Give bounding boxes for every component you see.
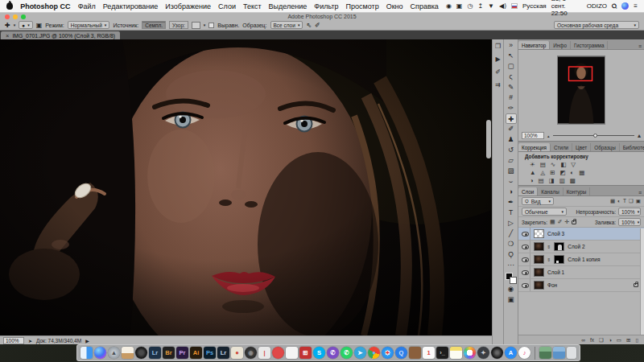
screen-mode-button[interactable]: ▣	[506, 294, 517, 305]
adjustment-icon[interactable]: ◐	[571, 169, 575, 176]
blend-mode-select[interactable]: Нормальный ▾	[68, 21, 110, 29]
menu-item[interactable]: Справка	[411, 2, 439, 10]
status-zoom-field[interactable]: 100%	[3, 337, 24, 344]
panel-tab[interactable]: Стили	[551, 143, 572, 151]
panel-menu-icon[interactable]: ≡	[638, 43, 644, 49]
layer-visibility-toggle[interactable]	[521, 279, 530, 291]
menu-item[interactable]: Слои	[218, 2, 236, 10]
layer-filter-select[interactable]: Ǫ Вид ▾	[522, 197, 554, 205]
wifi-icon[interactable]: ▼	[488, 2, 494, 10]
layer-thumbnail[interactable]	[534, 255, 544, 264]
document-tab[interactable]: × IMG_0701.JPG @ 100% (Слой 3, RGB/8)	[1, 31, 120, 39]
knob-app-icon[interactable]	[491, 347, 503, 359]
menu-item[interactable]: Просмотр	[346, 2, 379, 10]
calendar-icon[interactable]: 1	[423, 347, 435, 359]
notification-center-icon[interactable]: ≡	[634, 2, 638, 10]
status-menu-arrow[interactable]: ▶	[85, 338, 89, 343]
new-adjustment-button[interactable]: ◑	[609, 337, 612, 343]
apple-menu-icon[interactable]	[6, 2, 13, 10]
new-layer-button[interactable]: ⊞	[626, 337, 630, 343]
siri-app-icon[interactable]	[94, 347, 106, 359]
layer-mask-thumbnail[interactable]	[554, 242, 564, 251]
shutter-counter-icon[interactable]	[272, 347, 284, 359]
whatsapp-icon[interactable]: ✆	[341, 347, 353, 359]
actions-panel-icon[interactable]: ▶	[495, 56, 500, 63]
quick-select-tool[interactable]: ✎	[506, 82, 517, 93]
panel-tab[interactable]: Каналы	[538, 187, 563, 195]
gradient-tool[interactable]: ▨	[506, 166, 517, 176]
safari-icon[interactable]: ✦	[382, 347, 394, 359]
layer-style-button[interactable]: fx	[590, 337, 594, 343]
close-document-icon[interactable]: ×	[6, 32, 9, 39]
layer-filter-icon[interactable]: ▦	[610, 198, 615, 204]
screen-record-icon[interactable]: ◉	[446, 2, 452, 10]
app-menu[interactable]: Photoshop CC	[20, 2, 71, 10]
panel-tab[interactable]: Инфо	[550, 41, 571, 49]
zoom-in-icon[interactable]: ▴	[638, 132, 641, 139]
navigator-thumbnail[interactable]	[557, 56, 605, 125]
workspace-select[interactable]: Основная рабочая среда ▾	[554, 21, 639, 29]
properties-panel-icon[interactable]: ❐	[495, 43, 501, 50]
panel-tab[interactable]: Контуры	[564, 187, 591, 195]
finder-icon[interactable]	[80, 347, 93, 359]
zoom-out-icon[interactable]: ▴	[547, 134, 550, 138]
layer-visibility-toggle[interactable]	[521, 241, 530, 253]
pattern-caret[interactable]: ▾	[204, 23, 206, 27]
quicktime-icon[interactable]: Q	[395, 347, 407, 359]
lock-option-icon[interactable]: ▦	[550, 219, 555, 225]
folder-tree-icon[interactable]	[539, 347, 551, 359]
layer-row[interactable]: Слой 3	[518, 228, 644, 241]
adjustment-icon[interactable]: ☀	[530, 161, 535, 168]
skype-icon[interactable]: S	[313, 347, 325, 359]
menu-item[interactable]: Файл	[78, 2, 96, 10]
clone-source-panel-icon[interactable]: ⇉	[495, 82, 501, 88]
lightroom-cc-icon[interactable]: Lr	[217, 347, 229, 359]
notebook-app-icon[interactable]	[409, 347, 421, 359]
layer-mask-thumbnail[interactable]	[554, 255, 564, 264]
menu-item[interactable]: Фильтр	[314, 2, 338, 10]
photos-icon[interactable]	[464, 347, 476, 359]
rotate-view-tool[interactable]: ❍	[506, 239, 517, 249]
add-mask-button[interactable]: ❏	[599, 337, 604, 343]
grid-app-icon[interactable]: ⊞	[299, 347, 312, 359]
brush-tool[interactable]: ✐	[506, 124, 517, 134]
layer-filter-icon[interactable]: ▣	[636, 198, 641, 204]
adjustment-icon[interactable]: ◬	[540, 169, 545, 176]
color-swatches[interactable]	[506, 273, 517, 284]
pen-tool[interactable]: ✒	[506, 197, 517, 208]
move-tool[interactable]: ↖	[506, 51, 517, 61]
layer-row[interactable]: Фон	[518, 279, 644, 292]
camera-lens-icon[interactable]	[135, 347, 147, 359]
photoshop-icon[interactable]: Ps	[204, 347, 216, 359]
shape-tool[interactable]: ╱	[506, 228, 517, 239]
panel-tab[interactable]: Коррекция	[518, 143, 551, 151]
history-brush-tool[interactable]: ↺	[506, 145, 517, 155]
fill-field[interactable]: 100% ▾	[618, 218, 641, 226]
adjustment-icon[interactable]: ▲	[530, 169, 535, 176]
layer-filter-icon[interactable]: ❏	[629, 198, 634, 204]
illustrator-icon[interactable]: Ai	[190, 347, 202, 359]
tool-options-dots[interactable]: ⋯	[506, 260, 517, 270]
menu-item[interactable]: Редактирование	[103, 2, 159, 10]
layer-thumbnail[interactable]	[534, 229, 544, 238]
speaker-app-icon[interactable]: ◉	[245, 347, 257, 359]
lasso-tool[interactable]: ς	[506, 72, 517, 82]
document-app-icon[interactable]	[286, 347, 298, 359]
current-tool-icon[interactable]: ✚	[5, 22, 10, 29]
sample-select[interactable]: Все слои ▾	[270, 21, 303, 29]
source-pattern-button[interactable]: Узор:	[169, 21, 188, 29]
lock-all-icon[interactable]	[572, 220, 576, 224]
adjustment-icon[interactable]: ◨	[549, 177, 555, 184]
panel-tab[interactable]: Цвет	[572, 143, 591, 151]
adjustment-icon[interactable]: ▦	[579, 169, 584, 176]
lock-option-icon[interactable]: ✛	[564, 219, 569, 225]
input-language[interactable]: Русская	[522, 2, 547, 10]
pattern-swatch[interactable]	[192, 22, 200, 29]
marquee-tool[interactable]: ▢	[506, 61, 517, 72]
menu-item[interactable]: Изображение	[165, 2, 211, 10]
russian-flag-icon[interactable]	[511, 3, 518, 9]
navigator-zoom-slider[interactable]	[553, 133, 634, 138]
dodge-tool[interactable]: ◑	[506, 187, 517, 197]
menu-item[interactable]: Выделение	[269, 2, 308, 10]
menu-item[interactable]: Окно	[386, 2, 403, 10]
